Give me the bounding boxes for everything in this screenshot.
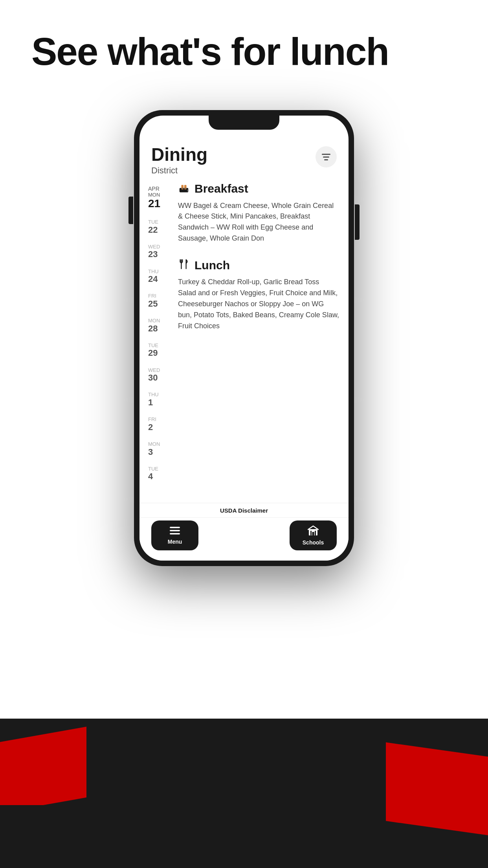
date-num: 2 bbox=[148, 423, 153, 432]
page-title: See what's for lunch bbox=[31, 31, 389, 72]
district-subtitle: District bbox=[151, 166, 207, 176]
date-item[interactable]: FRI 2 bbox=[145, 412, 174, 436]
toast-icon bbox=[178, 182, 190, 196]
schools-nav-button[interactable]: Schools bbox=[290, 520, 337, 550]
svg-rect-11 bbox=[170, 527, 180, 528]
date-item[interactable]: WED 30 bbox=[145, 363, 174, 387]
svg-rect-18 bbox=[310, 530, 317, 531]
date-sidebar[interactable]: Apr MON 21 TUE 22 WED 23 bbox=[139, 182, 174, 503]
svg-rect-2 bbox=[184, 185, 187, 189]
fork-knife-icon bbox=[178, 258, 190, 272]
svg-rect-4 bbox=[184, 188, 187, 189]
date-num: 25 bbox=[148, 299, 158, 309]
app-content: Dining District bbox=[139, 116, 349, 561]
phone-outer: Dining District bbox=[134, 110, 354, 566]
date-num: 4 bbox=[148, 472, 153, 481]
date-num: 3 bbox=[148, 447, 153, 457]
date-num: 21 bbox=[148, 198, 160, 210]
meal-content: Breakfast WW Bagel & Cream Cheese, Whole… bbox=[174, 182, 349, 503]
svg-rect-15 bbox=[310, 531, 312, 535]
svg-rect-17 bbox=[312, 532, 314, 535]
date-item[interactable]: FRI 25 bbox=[145, 289, 174, 313]
date-day-name: TUE bbox=[148, 466, 158, 472]
date-item[interactable]: MON 28 bbox=[145, 313, 174, 337]
date-day-name: WED bbox=[148, 244, 160, 250]
usda-disclaimer: USDA Disclaimer bbox=[220, 507, 268, 514]
phone-notch bbox=[209, 116, 279, 130]
date-num: 24 bbox=[148, 274, 158, 284]
svg-rect-3 bbox=[181, 188, 183, 189]
date-item[interactable]: MON 3 bbox=[145, 437, 174, 461]
date-item[interactable]: WED 23 bbox=[145, 239, 174, 263]
date-day-name: MON bbox=[148, 192, 160, 198]
date-month: Apr bbox=[148, 186, 160, 191]
breakfast-description: WW Bagel & Cream Cheese, Whole Grain Cer… bbox=[178, 200, 339, 245]
main-layout: Apr MON 21 TUE 22 WED 23 bbox=[139, 182, 349, 503]
date-day-name: MON bbox=[148, 441, 160, 447]
date-day-name: FRI bbox=[148, 293, 156, 299]
menu-icon bbox=[170, 526, 180, 536]
breakfast-header: Breakfast bbox=[178, 182, 339, 196]
phone-inner: Dining District bbox=[139, 116, 349, 561]
bottom-nav: Menu bbox=[139, 517, 349, 561]
background-black-strip bbox=[0, 805, 71, 868]
date-day-name: THU bbox=[148, 392, 159, 398]
background-red-right bbox=[386, 742, 488, 836]
breakfast-title: Breakfast bbox=[194, 182, 248, 195]
date-day-name: TUE bbox=[148, 219, 158, 225]
svg-rect-16 bbox=[315, 531, 316, 535]
menu-nav-label: Menu bbox=[168, 539, 182, 545]
svg-rect-0 bbox=[180, 188, 189, 192]
lunch-header: Lunch bbox=[178, 258, 339, 272]
dining-title: Dining bbox=[151, 145, 207, 165]
date-num: 30 bbox=[148, 373, 158, 383]
date-num: 29 bbox=[148, 348, 158, 358]
svg-rect-13 bbox=[170, 533, 180, 535]
svg-rect-5 bbox=[187, 189, 188, 191]
date-day-name: THU bbox=[148, 268, 159, 275]
date-item[interactable]: TUE 22 bbox=[145, 215, 174, 239]
schools-icon bbox=[308, 525, 319, 537]
header-text: Dining District bbox=[151, 145, 207, 176]
menu-nav-button[interactable]: Menu bbox=[151, 520, 198, 550]
svg-rect-12 bbox=[170, 530, 180, 531]
date-day-name: MON bbox=[148, 318, 160, 324]
date-item[interactable]: Apr MON 21 bbox=[145, 182, 174, 214]
svg-rect-1 bbox=[181, 185, 183, 189]
date-item[interactable]: TUE 4 bbox=[145, 462, 174, 485]
filter-button[interactable] bbox=[316, 146, 337, 167]
phone-mockup: Dining District bbox=[134, 110, 354, 566]
date-item[interactable]: THU 24 bbox=[145, 264, 174, 288]
lunch-section: Lunch Turkey & Cheddar Roll-up, Garlic B… bbox=[178, 258, 339, 331]
date-num: 22 bbox=[148, 225, 158, 235]
lunch-title: Lunch bbox=[194, 259, 230, 272]
filter-icon bbox=[322, 154, 330, 160]
schools-nav-label: Schools bbox=[303, 539, 324, 546]
lunch-description: Turkey & Cheddar Roll-up, Garlic Bread T… bbox=[178, 277, 339, 331]
date-num: 1 bbox=[148, 398, 153, 407]
breakfast-section: Breakfast WW Bagel & Cream Cheese, Whole… bbox=[178, 182, 339, 245]
date-item[interactable]: THU 1 bbox=[145, 387, 174, 411]
app-header: Dining District bbox=[139, 135, 349, 182]
date-num: 28 bbox=[148, 324, 158, 333]
date-num: 23 bbox=[148, 250, 158, 259]
date-day-name: FRI bbox=[148, 416, 156, 423]
date-item[interactable]: TUE 29 bbox=[145, 338, 174, 362]
date-day-name: TUE bbox=[148, 342, 158, 349]
date-day-name: WED bbox=[148, 367, 160, 373]
